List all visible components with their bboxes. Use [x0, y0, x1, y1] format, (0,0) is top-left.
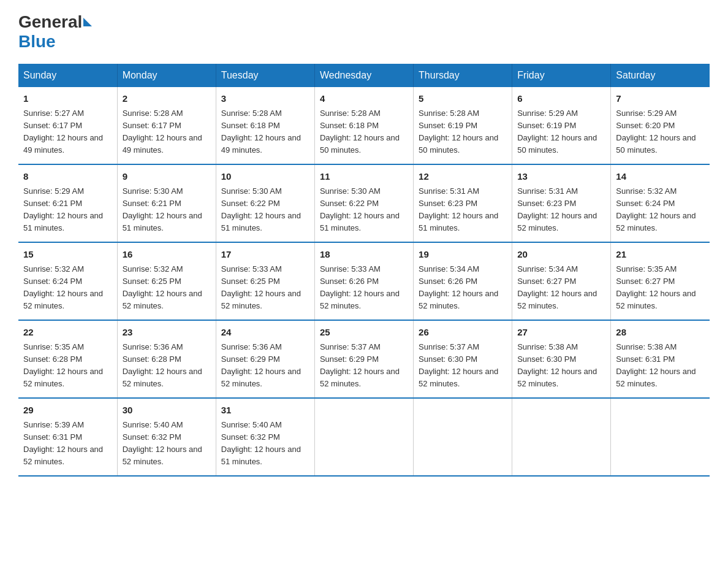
day-number: 2 — [123, 92, 211, 106]
header-friday: Friday — [512, 64, 611, 87]
calendar-cell: 9Sunrise: 5:30 AMSunset: 6:21 PMDaylight… — [117, 164, 216, 242]
day-info: Sunrise: 5:34 AMSunset: 6:26 PMDaylight:… — [419, 263, 507, 313]
calendar-cell: 17Sunrise: 5:33 AMSunset: 6:25 PMDayligh… — [216, 242, 314, 320]
day-info: Sunrise: 5:37 AMSunset: 6:30 PMDaylight:… — [419, 341, 507, 391]
week-row-1: 1Sunrise: 5:27 AMSunset: 6:17 PMDaylight… — [18, 87, 710, 164]
calendar-cell: 11Sunrise: 5:30 AMSunset: 6:22 PMDayligh… — [314, 164, 413, 242]
header-saturday: Saturday — [611, 64, 710, 87]
day-info: Sunrise: 5:28 AMSunset: 6:19 PMDaylight:… — [419, 107, 507, 157]
day-number: 27 — [517, 326, 605, 340]
day-info: Sunrise: 5:36 AMSunset: 6:29 PMDaylight:… — [221, 341, 309, 391]
day-info: Sunrise: 5:39 AMSunset: 6:31 PMDaylight:… — [23, 419, 112, 469]
calendar-cell — [611, 398, 710, 476]
calendar-cell: 23Sunrise: 5:36 AMSunset: 6:28 PMDayligh… — [117, 320, 216, 398]
day-info: Sunrise: 5:30 AMSunset: 6:22 PMDaylight:… — [221, 185, 309, 235]
day-number: 11 — [320, 170, 408, 184]
day-info: Sunrise: 5:31 AMSunset: 6:23 PMDaylight:… — [419, 185, 507, 235]
header-wednesday: Wednesday — [314, 64, 413, 87]
header-thursday: Thursday — [414, 64, 512, 87]
header-sunday: Sunday — [18, 64, 117, 87]
day-number: 13 — [517, 170, 605, 184]
day-info: Sunrise: 5:33 AMSunset: 6:25 PMDaylight:… — [221, 263, 309, 313]
calendar-cell: 1Sunrise: 5:27 AMSunset: 6:17 PMDaylight… — [18, 87, 117, 164]
day-number: 19 — [419, 248, 507, 262]
logo-blue-text: Blue — [18, 32, 56, 52]
header-tuesday: Tuesday — [216, 64, 314, 87]
day-info: Sunrise: 5:40 AMSunset: 6:32 PMDaylight:… — [221, 419, 309, 469]
day-number: 8 — [23, 170, 112, 184]
day-number: 5 — [419, 92, 507, 106]
calendar-cell: 13Sunrise: 5:31 AMSunset: 6:23 PMDayligh… — [512, 164, 611, 242]
day-info: Sunrise: 5:29 AMSunset: 6:19 PMDaylight:… — [517, 107, 605, 157]
calendar-cell — [314, 398, 413, 476]
day-info: Sunrise: 5:35 AMSunset: 6:27 PMDaylight:… — [616, 263, 705, 313]
day-info: Sunrise: 5:30 AMSunset: 6:22 PMDaylight:… — [320, 185, 408, 235]
day-info: Sunrise: 5:38 AMSunset: 6:30 PMDaylight:… — [517, 341, 605, 391]
day-number: 12 — [419, 170, 507, 184]
calendar-cell: 22Sunrise: 5:35 AMSunset: 6:28 PMDayligh… — [18, 320, 117, 398]
day-number: 15 — [23, 248, 112, 262]
day-number: 25 — [320, 326, 408, 340]
calendar-cell: 3Sunrise: 5:28 AMSunset: 6:18 PMDaylight… — [216, 87, 314, 164]
week-row-2: 8Sunrise: 5:29 AMSunset: 6:21 PMDaylight… — [18, 164, 710, 242]
day-info: Sunrise: 5:32 AMSunset: 6:24 PMDaylight:… — [23, 263, 112, 313]
day-number: 9 — [123, 170, 211, 184]
day-number: 10 — [221, 170, 309, 184]
day-number: 29 — [23, 404, 112, 418]
day-info: Sunrise: 5:30 AMSunset: 6:21 PMDaylight:… — [123, 185, 211, 235]
calendar-cell: 29Sunrise: 5:39 AMSunset: 6:31 PMDayligh… — [18, 398, 117, 476]
calendar-cell: 30Sunrise: 5:40 AMSunset: 6:32 PMDayligh… — [117, 398, 216, 476]
day-number: 28 — [616, 326, 705, 340]
calendar-cell: 7Sunrise: 5:29 AMSunset: 6:20 PMDaylight… — [611, 87, 710, 164]
day-info: Sunrise: 5:28 AMSunset: 6:18 PMDaylight:… — [320, 107, 408, 157]
day-number: 17 — [221, 248, 309, 262]
day-number: 26 — [419, 326, 507, 340]
logo-triangle-icon — [83, 18, 92, 26]
day-number: 16 — [123, 248, 211, 262]
calendar-cell: 27Sunrise: 5:38 AMSunset: 6:30 PMDayligh… — [512, 320, 611, 398]
day-number: 3 — [221, 92, 309, 106]
week-row-5: 29Sunrise: 5:39 AMSunset: 6:31 PMDayligh… — [18, 398, 710, 476]
day-number: 1 — [23, 92, 112, 106]
calendar-cell: 19Sunrise: 5:34 AMSunset: 6:26 PMDayligh… — [414, 242, 512, 320]
day-number: 14 — [616, 170, 705, 184]
calendar-cell: 6Sunrise: 5:29 AMSunset: 6:19 PMDaylight… — [512, 87, 611, 164]
calendar-cell — [414, 398, 512, 476]
day-number: 21 — [616, 248, 705, 262]
day-info: Sunrise: 5:35 AMSunset: 6:28 PMDaylight:… — [23, 341, 112, 391]
day-info: Sunrise: 5:37 AMSunset: 6:29 PMDaylight:… — [320, 341, 408, 391]
day-number: 7 — [616, 92, 705, 106]
calendar-cell: 24Sunrise: 5:36 AMSunset: 6:29 PMDayligh… — [216, 320, 314, 398]
calendar-cell: 5Sunrise: 5:28 AMSunset: 6:19 PMDaylight… — [414, 87, 512, 164]
calendar-cell: 26Sunrise: 5:37 AMSunset: 6:30 PMDayligh… — [414, 320, 512, 398]
day-info: Sunrise: 5:28 AMSunset: 6:17 PMDaylight:… — [123, 107, 211, 157]
calendar-cell — [512, 398, 611, 476]
calendar-cell: 20Sunrise: 5:34 AMSunset: 6:27 PMDayligh… — [512, 242, 611, 320]
day-info: Sunrise: 5:29 AMSunset: 6:21 PMDaylight:… — [23, 185, 112, 235]
page-header: General Blue — [18, 12, 710, 52]
day-info: Sunrise: 5:32 AMSunset: 6:25 PMDaylight:… — [123, 263, 211, 313]
day-info: Sunrise: 5:33 AMSunset: 6:26 PMDaylight:… — [320, 263, 408, 313]
calendar-cell: 8Sunrise: 5:29 AMSunset: 6:21 PMDaylight… — [18, 164, 117, 242]
calendar-cell: 28Sunrise: 5:38 AMSunset: 6:31 PMDayligh… — [611, 320, 710, 398]
calendar-header-row: SundayMondayTuesdayWednesdayThursdayFrid… — [18, 64, 710, 87]
day-info: Sunrise: 5:28 AMSunset: 6:18 PMDaylight:… — [221, 107, 309, 157]
day-info: Sunrise: 5:31 AMSunset: 6:23 PMDaylight:… — [517, 185, 605, 235]
calendar-cell: 12Sunrise: 5:31 AMSunset: 6:23 PMDayligh… — [414, 164, 512, 242]
day-number: 6 — [517, 92, 605, 106]
week-row-3: 15Sunrise: 5:32 AMSunset: 6:24 PMDayligh… — [18, 242, 710, 320]
day-info: Sunrise: 5:38 AMSunset: 6:31 PMDaylight:… — [616, 341, 705, 391]
calendar-cell: 16Sunrise: 5:32 AMSunset: 6:25 PMDayligh… — [117, 242, 216, 320]
calendar-cell: 21Sunrise: 5:35 AMSunset: 6:27 PMDayligh… — [611, 242, 710, 320]
calendar-cell: 18Sunrise: 5:33 AMSunset: 6:26 PMDayligh… — [314, 242, 413, 320]
calendar-cell: 25Sunrise: 5:37 AMSunset: 6:29 PMDayligh… — [314, 320, 413, 398]
calendar-cell: 31Sunrise: 5:40 AMSunset: 6:32 PMDayligh… — [216, 398, 314, 476]
header-monday: Monday — [117, 64, 216, 87]
week-row-4: 22Sunrise: 5:35 AMSunset: 6:28 PMDayligh… — [18, 320, 710, 398]
calendar-cell: 10Sunrise: 5:30 AMSunset: 6:22 PMDayligh… — [216, 164, 314, 242]
calendar-table: SundayMondayTuesdayWednesdayThursdayFrid… — [18, 64, 710, 477]
calendar-cell: 14Sunrise: 5:32 AMSunset: 6:24 PMDayligh… — [611, 164, 710, 242]
calendar-cell: 4Sunrise: 5:28 AMSunset: 6:18 PMDaylight… — [314, 87, 413, 164]
logo-general-text: General — [18, 12, 82, 32]
day-info: Sunrise: 5:27 AMSunset: 6:17 PMDaylight:… — [23, 107, 112, 157]
